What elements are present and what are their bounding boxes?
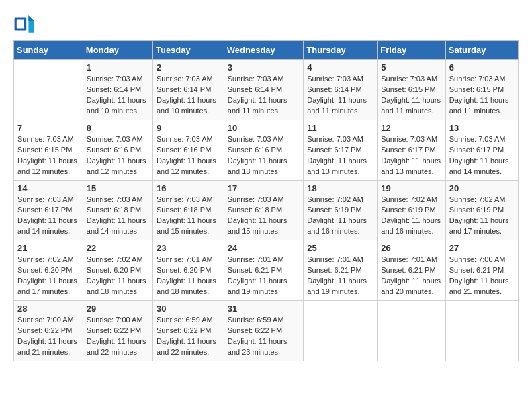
week-row-5: 28 Sunrise: 7:00 AM Sunset: 6:22 PM Dayl… — [14, 301, 519, 361]
day-cell: 17 Sunrise: 7:03 AM Sunset: 6:18 PM Dayl… — [224, 180, 303, 240]
day-cell: 10 Sunrise: 7:03 AM Sunset: 6:16 PM Dayl… — [224, 120, 303, 180]
day-info: Sunrise: 7:01 AM Sunset: 6:21 PM Dayligh… — [228, 255, 300, 298]
day-info: Sunrise: 7:01 AM Sunset: 6:20 PM Dayligh… — [157, 255, 220, 298]
day-info: Sunrise: 6:59 AM Sunset: 6:22 PM Dayligh… — [157, 315, 220, 358]
day-cell: 28 Sunrise: 7:00 AM Sunset: 6:22 PM Dayl… — [14, 301, 83, 361]
header-thursday: Thursday — [304, 41, 378, 60]
day-number: 11 — [307, 123, 373, 133]
day-cell: 18 Sunrise: 7:02 AM Sunset: 6:19 PM Dayl… — [304, 180, 378, 240]
day-cell: 9 Sunrise: 7:03 AM Sunset: 6:16 PM Dayli… — [152, 120, 224, 180]
day-number: 9 — [157, 123, 220, 133]
header-tuesday: Tuesday — [152, 41, 224, 60]
week-row-2: 7 Sunrise: 7:03 AM Sunset: 6:15 PM Dayli… — [14, 120, 519, 180]
day-cell: 21 Sunrise: 7:02 AM Sunset: 6:20 PM Dayl… — [14, 240, 83, 301]
day-info: Sunrise: 7:02 AM Sunset: 6:20 PM Dayligh… — [87, 255, 149, 298]
day-number: 20 — [449, 183, 515, 193]
day-info: Sunrise: 7:03 AM Sunset: 6:18 PM Dayligh… — [228, 195, 300, 238]
day-info: Sunrise: 7:03 AM Sunset: 6:14 PM Dayligh… — [228, 74, 300, 117]
day-info: Sunrise: 7:01 AM Sunset: 6:21 PM Dayligh… — [307, 255, 373, 298]
header — [13, 13, 519, 35]
day-cell: 12 Sunrise: 7:03 AM Sunset: 6:17 PM Dayl… — [378, 120, 445, 180]
day-cell: 8 Sunrise: 7:03 AM Sunset: 6:16 PM Dayli… — [83, 120, 152, 180]
header-sunday: Sunday — [14, 41, 83, 60]
day-number: 1 — [87, 62, 149, 73]
day-number: 10 — [228, 123, 300, 133]
day-number: 19 — [381, 183, 441, 193]
day-number: 5 — [381, 62, 441, 73]
day-cell: 20 Sunrise: 7:02 AM Sunset: 6:19 PM Dayl… — [445, 180, 518, 240]
day-cell: 24 Sunrise: 7:01 AM Sunset: 6:21 PM Dayl… — [224, 240, 303, 301]
logo-icon — [13, 13, 35, 35]
day-number: 6 — [449, 62, 515, 73]
week-row-1: 1 Sunrise: 7:03 AM Sunset: 6:14 PM Dayli… — [14, 60, 519, 120]
day-info: Sunrise: 7:03 AM Sunset: 6:15 PM Dayligh… — [17, 134, 79, 177]
day-info: Sunrise: 6:59 AM Sunset: 6:22 PM Dayligh… — [228, 315, 300, 358]
week-row-3: 14 Sunrise: 7:03 AM Sunset: 6:17 PM Dayl… — [14, 180, 519, 240]
day-cell: 11 Sunrise: 7:03 AM Sunset: 6:17 PM Dayl… — [304, 120, 378, 180]
day-cell: 22 Sunrise: 7:02 AM Sunset: 6:20 PM Dayl… — [83, 240, 152, 301]
day-info: Sunrise: 7:03 AM Sunset: 6:17 PM Dayligh… — [381, 134, 441, 177]
day-number: 13 — [449, 123, 515, 133]
day-cell: 27 Sunrise: 7:00 AM Sunset: 6:21 PM Dayl… — [445, 240, 518, 301]
day-cell — [378, 301, 445, 361]
day-info: Sunrise: 7:02 AM Sunset: 6:19 PM Dayligh… — [449, 195, 515, 238]
day-number: 17 — [228, 183, 300, 193]
day-number: 15 — [87, 183, 149, 193]
day-cell: 6 Sunrise: 7:03 AM Sunset: 6:15 PM Dayli… — [445, 60, 518, 120]
day-cell: 23 Sunrise: 7:01 AM Sunset: 6:20 PM Dayl… — [152, 240, 224, 301]
day-cell: 5 Sunrise: 7:03 AM Sunset: 6:15 PM Dayli… — [378, 60, 445, 120]
day-cell: 3 Sunrise: 7:03 AM Sunset: 6:14 PM Dayli… — [224, 60, 303, 120]
day-cell: 7 Sunrise: 7:03 AM Sunset: 6:15 PM Dayli… — [14, 120, 83, 180]
day-number: 8 — [87, 123, 149, 133]
day-cell — [304, 301, 378, 361]
week-row-4: 21 Sunrise: 7:02 AM Sunset: 6:20 PM Dayl… — [14, 240, 519, 301]
day-cell: 14 Sunrise: 7:03 AM Sunset: 6:17 PM Dayl… — [14, 180, 83, 240]
logo — [13, 13, 39, 35]
day-cell: 25 Sunrise: 7:01 AM Sunset: 6:21 PM Dayl… — [304, 240, 378, 301]
svg-marker-3 — [28, 15, 34, 21]
day-info: Sunrise: 7:03 AM Sunset: 6:16 PM Dayligh… — [228, 134, 300, 177]
header-saturday: Saturday — [445, 41, 518, 60]
day-cell — [14, 60, 83, 120]
day-info: Sunrise: 7:03 AM Sunset: 6:17 PM Dayligh… — [449, 134, 515, 177]
day-number: 30 — [157, 304, 220, 314]
day-info: Sunrise: 7:03 AM Sunset: 6:18 PM Dayligh… — [157, 195, 220, 238]
day-number: 25 — [307, 243, 373, 253]
day-info: Sunrise: 7:02 AM Sunset: 6:20 PM Dayligh… — [17, 255, 79, 298]
day-info: Sunrise: 7:03 AM Sunset: 6:17 PM Dayligh… — [17, 195, 79, 238]
header-wednesday: Wednesday — [224, 41, 303, 60]
day-info: Sunrise: 7:03 AM Sunset: 6:14 PM Dayligh… — [87, 74, 149, 117]
day-number: 21 — [17, 243, 79, 253]
day-info: Sunrise: 7:03 AM Sunset: 6:15 PM Dayligh… — [381, 74, 441, 117]
day-info: Sunrise: 7:02 AM Sunset: 6:19 PM Dayligh… — [381, 195, 441, 238]
day-cell: 30 Sunrise: 6:59 AM Sunset: 6:22 PM Dayl… — [152, 301, 224, 361]
day-number: 31 — [228, 304, 300, 314]
day-cell: 15 Sunrise: 7:03 AM Sunset: 6:18 PM Dayl… — [83, 180, 152, 240]
calendar-table: SundayMondayTuesdayWednesdayThursdayFrid… — [13, 40, 519, 361]
day-number: 23 — [157, 243, 220, 253]
day-info: Sunrise: 7:03 AM Sunset: 6:14 PM Dayligh… — [307, 74, 373, 117]
day-number: 27 — [449, 243, 515, 253]
day-info: Sunrise: 7:03 AM Sunset: 6:16 PM Dayligh… — [157, 134, 220, 177]
day-number: 2 — [157, 62, 220, 73]
day-cell: 31 Sunrise: 6:59 AM Sunset: 6:22 PM Dayl… — [224, 301, 303, 361]
day-number: 7 — [17, 123, 79, 133]
header-monday: Monday — [83, 41, 152, 60]
header-friday: Friday — [378, 41, 445, 60]
day-info: Sunrise: 7:00 AM Sunset: 6:22 PM Dayligh… — [87, 315, 149, 358]
day-number: 22 — [87, 243, 149, 253]
day-info: Sunrise: 7:03 AM Sunset: 6:16 PM Dayligh… — [87, 134, 149, 177]
day-cell — [445, 301, 518, 361]
day-cell: 29 Sunrise: 7:00 AM Sunset: 6:22 PM Dayl… — [83, 301, 152, 361]
day-number: 14 — [17, 183, 79, 193]
day-number: 26 — [381, 243, 441, 253]
day-info: Sunrise: 7:00 AM Sunset: 6:21 PM Dayligh… — [449, 255, 515, 298]
day-info: Sunrise: 7:03 AM Sunset: 6:17 PM Dayligh… — [307, 134, 373, 177]
day-info: Sunrise: 7:02 AM Sunset: 6:19 PM Dayligh… — [307, 195, 373, 238]
day-number: 24 — [228, 243, 300, 253]
day-number: 18 — [307, 183, 373, 193]
day-info: Sunrise: 7:03 AM Sunset: 6:15 PM Dayligh… — [449, 74, 515, 117]
header-row: SundayMondayTuesdayWednesdayThursdayFrid… — [14, 41, 519, 60]
day-info: Sunrise: 7:00 AM Sunset: 6:22 PM Dayligh… — [17, 315, 79, 358]
day-cell: 26 Sunrise: 7:01 AM Sunset: 6:21 PM Dayl… — [378, 240, 445, 301]
